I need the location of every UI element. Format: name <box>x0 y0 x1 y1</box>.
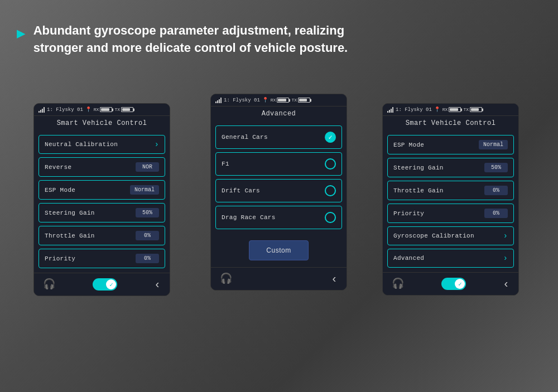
right-throttle-gain-item[interactable]: Throttle Gain 0% <box>387 181 514 200</box>
left-reverse-value: NOR <box>136 162 159 172</box>
center-device-id: 1: Flysky 01 <box>224 98 260 103</box>
header-text: Abundant gyroscope parameter adjustment,… <box>33 22 348 57</box>
left-device-id: 1: Flysky 01 <box>47 107 83 113</box>
center-rx-battery: RX <box>271 98 290 103</box>
right-headphone-icon: 🎧 <box>392 277 405 291</box>
right-steering-gain-item[interactable]: Steering Gain 50% <box>387 158 514 177</box>
left-steering-gain-label: Steering Gain <box>45 210 95 216</box>
center-f1-item[interactable]: F1 <box>215 152 342 176</box>
left-esp-mode-item[interactable]: ESP Mode Normal <box>39 180 165 200</box>
right-toggle-check-icon: ✓ <box>458 280 462 288</box>
right-gyroscope-calibration-label: Gyroscope Calibration <box>393 233 474 239</box>
left-bottom-bar: 🎧 ✓ ‹ <box>34 273 170 296</box>
right-menu-list: ESP Mode Normal Steering Gain 50% Thrott… <box>383 130 518 272</box>
right-rx-battery: RX <box>442 107 461 112</box>
center-general-cars-radio: ✓ <box>325 132 336 143</box>
center-signal-icon <box>215 98 222 103</box>
left-location-icon: 📍 <box>85 107 92 113</box>
left-throttle-gain-item[interactable]: Throttle Gain 0% <box>39 226 165 245</box>
left-rx-battery: RX <box>94 107 113 112</box>
center-back-button[interactable]: ‹ <box>331 273 338 285</box>
right-advanced-label: Advanced <box>393 255 424 262</box>
right-bottom-bar: 🎧 ✓ ‹ <box>383 272 518 295</box>
left-priority-label: Priority <box>45 255 75 262</box>
center-screen-title: Advanced <box>211 107 347 121</box>
center-location-icon: 📍 <box>262 97 268 103</box>
right-advanced-arrow: › <box>503 254 508 263</box>
right-priority-value: 0% <box>484 209 508 218</box>
center-drift-cars-radio <box>325 185 336 196</box>
right-esp-mode-label: ESP Mode <box>393 142 424 148</box>
left-priority-value: 0% <box>136 254 159 263</box>
left-esp-mode-value: Normal <box>130 185 159 195</box>
center-tx-battery: TX <box>291 98 310 103</box>
center-drift-cars-label: Drift Cars <box>222 187 260 194</box>
right-steering-gain-label: Steering Gain <box>393 164 444 171</box>
center-bottom-bar: 🎧 ‹ <box>211 267 347 290</box>
left-tx-battery: TX <box>114 107 133 112</box>
center-general-cars-label: General Cars <box>222 134 268 141</box>
left-toggle-switch[interactable]: ✓ <box>93 278 117 291</box>
left-menu-list: Neutral Calibration › Reverse NOR ESP Mo… <box>34 130 170 273</box>
right-gyroscope-calibration-item[interactable]: Gyroscope Calibration › <box>387 226 514 245</box>
right-back-button[interactable]: ‹ <box>503 278 509 291</box>
right-signal-icon <box>387 107 393 113</box>
custom-button[interactable]: Custom <box>249 240 308 260</box>
left-status-bar: 1: Flysky 01 📍 RX TX <box>34 104 170 116</box>
left-throttle-gain-label: Throttle Gain <box>45 233 95 239</box>
left-reverse-label: Reverse <box>45 164 71 171</box>
center-f1-label: F1 <box>222 161 229 167</box>
left-esp-mode-label: ESP Mode <box>45 187 75 193</box>
left-neutral-calibration-arrow: › <box>155 140 159 149</box>
center-drag-race-cars-radio <box>325 212 336 223</box>
left-headphone-icon: 🎧 <box>43 278 56 291</box>
right-steering-gain-value: 50% <box>484 163 508 172</box>
center-f1-radio <box>325 158 336 170</box>
left-neutral-calibration-label: Neutral Calibration <box>45 141 118 148</box>
right-device: 1: Flysky 01 📍 RX TX Smart Vehicle Contr… <box>382 103 519 296</box>
right-esp-mode-value: Normal <box>479 140 508 149</box>
right-location-icon: 📍 <box>434 107 440 113</box>
left-device: 1: Flysky 01 📍 RX TX Smart Vehicle Contr… <box>33 103 170 296</box>
center-general-cars-item[interactable]: General Cars ✓ <box>215 125 342 149</box>
header-section: ▶ Abundant gyroscope parameter adjustmen… <box>17 22 348 57</box>
right-esp-mode-item[interactable]: ESP Mode Normal <box>387 135 514 154</box>
center-headphone-icon: 🎧 <box>220 272 233 285</box>
left-steering-gain-item[interactable]: Steering Gain 50% <box>39 203 165 222</box>
right-priority-item[interactable]: Priority 0% <box>387 204 514 223</box>
left-toggle-check-icon: ✓ <box>109 281 113 288</box>
right-gyroscope-calibration-arrow: › <box>503 231 508 240</box>
right-screen-title: Smart Vehicle Control <box>383 116 518 130</box>
right-toggle-knob: ✓ <box>455 279 465 289</box>
right-priority-label: Priority <box>393 210 424 217</box>
center-drag-race-cars-item[interactable]: Drag Race Cars <box>215 206 342 229</box>
left-priority-item[interactable]: Priority 0% <box>39 249 165 268</box>
left-signal-icon <box>39 107 45 113</box>
left-throttle-gain-value: 0% <box>136 231 159 240</box>
right-throttle-gain-label: Throttle Gain <box>393 187 444 194</box>
left-screen-title: Smart Vehicle Control <box>34 116 170 130</box>
left-back-button[interactable]: ‹ <box>154 278 161 291</box>
right-device-id: 1: Flysky 01 <box>396 107 432 113</box>
center-device: 1: Flysky 01 📍 RX TX Advanced General Ca… <box>210 94 347 291</box>
right-status-bar: 1: Flysky 01 📍 RX TX <box>383 104 518 116</box>
left-reverse-item[interactable]: Reverse NOR <box>39 157 165 177</box>
left-steering-gain-value: 50% <box>136 208 159 217</box>
right-tx-battery: TX <box>463 107 482 112</box>
center-menu-list: General Cars ✓ F1 Drift Cars Drag Race C… <box>211 121 347 234</box>
header-arrow-icon: ▶ <box>17 25 26 42</box>
center-status-bar: 1: Flysky 01 📍 RX TX <box>211 94 347 107</box>
center-drift-cars-item[interactable]: Drift Cars <box>215 179 342 202</box>
right-throttle-gain-value: 0% <box>484 186 508 195</box>
right-toggle-switch[interactable]: ✓ <box>441 278 466 290</box>
right-advanced-item[interactable]: Advanced › <box>387 249 514 268</box>
center-drag-race-cars-label: Drag Race Cars <box>222 214 276 221</box>
left-toggle-knob: ✓ <box>106 279 116 289</box>
left-neutral-calibration-item[interactable]: Neutral Calibration › <box>39 135 165 154</box>
